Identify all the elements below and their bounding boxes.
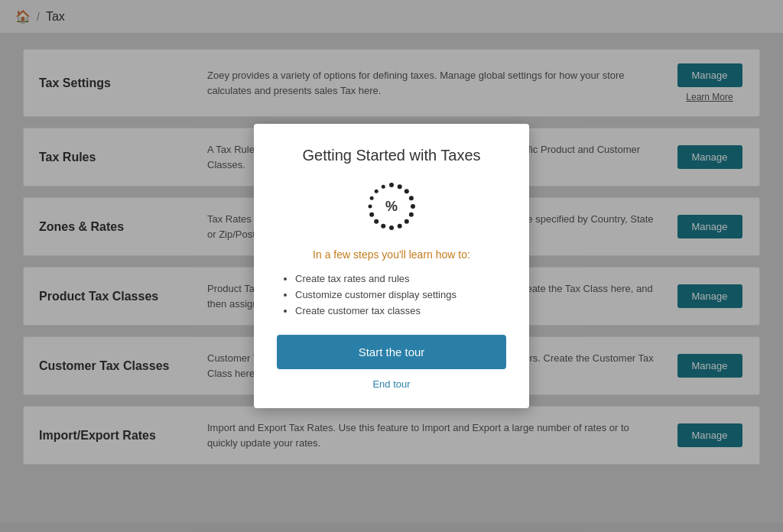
svg-point-1 bbox=[398, 184, 402, 189]
svg-point-3 bbox=[409, 196, 414, 200]
svg-point-4 bbox=[411, 204, 415, 209]
modal-list-item: Customize customer display settings bbox=[295, 289, 506, 300]
svg-point-13 bbox=[370, 196, 374, 200]
svg-point-9 bbox=[381, 224, 385, 229]
svg-point-2 bbox=[404, 189, 409, 193]
svg-point-12 bbox=[369, 205, 372, 209]
modal-overlay[interactable]: Getting Started with Taxes % In a few st… bbox=[0, 0, 783, 532]
percent-icon: % bbox=[385, 199, 398, 215]
svg-point-5 bbox=[409, 212, 414, 217]
svg-point-11 bbox=[369, 212, 374, 217]
modal-title: Getting Started with Taxes bbox=[277, 147, 506, 164]
modal-list: Create tax rates and rulesCustomize cust… bbox=[277, 273, 506, 316]
end-tour-link[interactable]: End tour bbox=[277, 378, 506, 390]
modal-list-item: Create tax rates and rules bbox=[295, 273, 506, 284]
svg-point-10 bbox=[374, 219, 379, 224]
svg-point-15 bbox=[382, 185, 385, 189]
svg-point-14 bbox=[375, 190, 379, 193]
getting-started-modal: Getting Started with Taxes % In a few st… bbox=[254, 124, 529, 408]
svg-point-0 bbox=[389, 183, 394, 187]
svg-point-6 bbox=[404, 219, 409, 224]
svg-point-8 bbox=[389, 225, 394, 230]
modal-subtitle: In a few steps you'll learn how to: bbox=[277, 248, 506, 261]
modal-list-item: Create customer tax classes bbox=[295, 305, 506, 316]
svg-point-7 bbox=[398, 224, 402, 229]
start-tour-button[interactable]: Start the tour bbox=[277, 335, 506, 369]
loading-circle-icon: % bbox=[365, 180, 418, 233]
